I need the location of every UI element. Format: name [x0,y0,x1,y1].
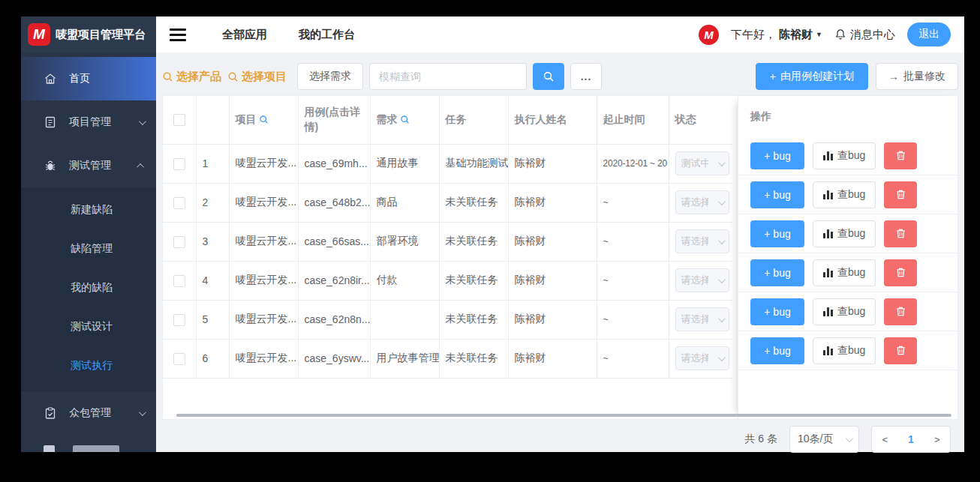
sidebar-nav: 首页 项目管理 测试管理 新建缺陷 缺陷管理 我的缺陷 测试设计 测试执行 [21,52,156,435]
fuzzy-search-input[interactable] [369,63,527,90]
status-select[interactable]: 请选择 [675,346,729,370]
submenu-item-test-execution[interactable]: 测试执行 [21,346,156,385]
col-requirement-label: 需求 [377,112,398,127]
cell-case[interactable]: case_66sas... [298,222,370,261]
cell-case[interactable]: case_62n8ir... [298,261,370,300]
add-bug-button[interactable]: + bug [750,142,804,169]
status-select[interactable]: 请选择 [675,229,729,253]
add-bug-button[interactable]: + bug [750,298,804,325]
delete-button[interactable] [884,298,917,325]
test-plan-table: 项目 用例(点击详情) 需求 任务 执行人姓名 起止时间 状态 1 [163,96,732,379]
view-bug-button[interactable]: 查bug [813,337,876,364]
sidebar-item-crowdsourcing[interactable]: 众包管理 [21,391,156,435]
prev-page-button[interactable]: < [882,434,888,445]
tab-all-apps[interactable]: 全部应用 [222,28,267,42]
delete-button[interactable] [884,181,917,208]
tab-my-workbench[interactable]: 我的工作台 [299,28,355,42]
page-content: 选择产品 选择项目 选择需求 ... + 由用例创建计划 → [156,52,964,453]
testing-submenu: 新建缺陷 缺陷管理 我的缺陷 测试设计 测试执行 [21,187,156,391]
row-checkbox[interactable] [173,236,185,248]
avatar[interactable]: M [699,25,719,45]
select-project-link[interactable]: 选择项目 [227,70,287,84]
hamburger-menu-icon[interactable] [170,28,186,41]
trash-icon [895,228,906,239]
delete-button[interactable] [884,220,917,247]
col-task: 任务 [439,96,508,144]
chevron-down-icon [717,354,725,361]
next-page-button[interactable]: > [934,434,940,445]
submenu-item-test-design[interactable]: 测试设计 [21,307,156,346]
sidebar-item-testing[interactable]: 测试管理 [21,144,156,187]
more-filters-button[interactable]: ... [570,63,602,90]
total-count: 共 6 条 [744,433,777,446]
sidebar-item-label: 测试管理 [69,159,111,172]
select-all-checkbox[interactable] [173,114,185,126]
horizontal-scrollbar[interactable] [176,414,951,417]
delete-button[interactable] [884,337,917,364]
sidebar: M 唛盟项目管理平台 首页 项目管理 测试管理 新建缺陷 缺陷管理 我的缺陷 [21,16,156,452]
status-select[interactable]: 请选择 [675,268,729,292]
view-bug-button[interactable]: 查bug [813,142,876,169]
status-select[interactable]: 请选择 [675,190,729,214]
chevron-down-icon [846,435,853,442]
batch-edit-button[interactable]: → 批量修改 [876,63,958,90]
current-page[interactable]: 1 [908,433,914,445]
row-checkbox[interactable] [173,197,185,209]
status-select[interactable]: 测试中 [675,151,729,175]
user-greeting[interactable]: 下午好， 陈裕财 ▼ [731,28,822,42]
create-plan-label: 由用例创建计划 [780,70,854,83]
delete-button[interactable] [884,142,917,169]
chevron-up-icon [137,163,144,170]
col-project: 项目 [229,96,298,144]
search-button[interactable] [533,63,564,90]
add-bug-button[interactable]: + bug [750,259,804,286]
create-plan-from-case-button[interactable]: + 由用例创建计划 [756,63,868,90]
cell-project: 唛盟云开发... [229,339,298,378]
cell-case[interactable]: case_69mh... [298,144,370,183]
submenu-item-defect-management[interactable]: 缺陷管理 [21,229,156,268]
select-requirement-button[interactable]: 选择需求 [297,63,363,90]
home-icon [44,72,57,85]
bar-chart-icon [823,229,833,238]
cell-requirement: 付款 [370,261,439,300]
delete-button[interactable] [884,259,917,286]
row-checkbox[interactable] [173,275,185,287]
view-bug-label: 查bug [837,344,865,358]
table-row: 6 唛盟云开发... case_6yswv... 用户故事管理 未关联任务 陈裕… [163,339,732,378]
view-bug-button[interactable]: 查bug [813,181,876,208]
sidebar-item-home[interactable]: 首页 [21,57,156,100]
cell-time: ~ [597,261,669,300]
cell-time: 2020-12-01 ~ 20 [597,144,669,183]
submenu-item-new-defect[interactable]: 新建缺陷 [21,190,156,229]
sidebar-item-projects[interactable]: 项目管理 [21,100,156,144]
add-bug-button[interactable]: + bug [750,337,804,364]
status-select[interactable]: 请选择 [675,307,729,331]
cell-case[interactable]: case_6yswv... [298,339,370,378]
page-size-select[interactable]: 10条/页 [789,426,859,453]
view-bug-button[interactable]: 查bug [813,298,876,325]
view-bug-button[interactable]: 查bug [813,259,876,286]
view-bug-label: 查bug [837,227,865,241]
sidebar-item-label: 项目管理 [69,115,111,129]
search-icon[interactable] [259,115,269,124]
document-icon [44,115,57,129]
view-bug-button[interactable]: 查bug [813,220,876,247]
row-checkbox[interactable] [173,353,185,365]
select-product-link[interactable]: 选择产品 [162,70,221,84]
view-bug-label: 查bug [837,305,865,319]
row-checkbox[interactable] [173,158,185,170]
add-bug-button[interactable]: + bug [750,181,804,208]
cell-case[interactable]: case_648b2... [298,183,370,222]
cell-index: 1 [196,144,229,183]
submenu-label: 测试执行 [71,359,113,373]
logout-button[interactable]: 退出 [907,22,951,46]
sidebar-item-partial[interactable] [44,445,119,452]
cell-case[interactable]: case_62n8n... [298,300,370,339]
page-size-value: 10条/页 [798,433,833,446]
add-bug-button[interactable]: + bug [750,220,804,247]
search-icon[interactable] [400,115,410,124]
row-checkbox[interactable] [173,314,185,326]
submenu-item-my-defects[interactable]: 我的缺陷 [21,268,156,307]
message-center[interactable]: 消息中心 [834,28,895,42]
col-executor: 执行人姓名 [508,96,597,144]
